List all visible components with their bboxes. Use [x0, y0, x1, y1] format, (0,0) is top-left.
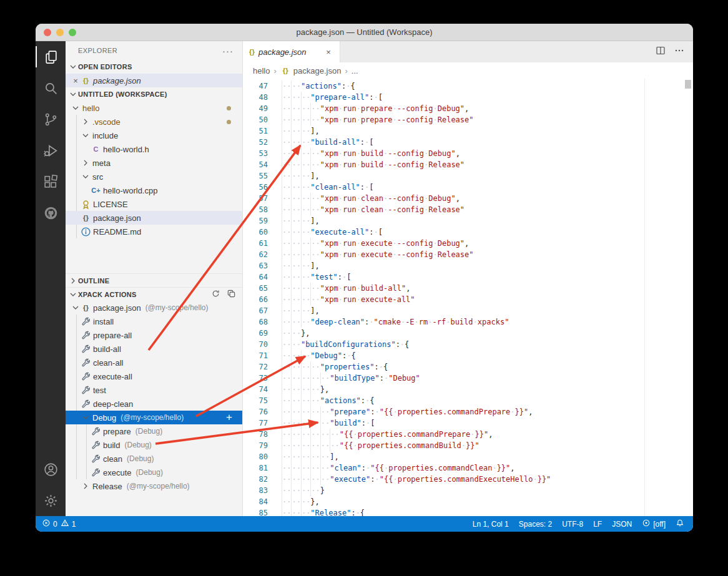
status-item-utf-8[interactable]: UTF-8 [562, 520, 583, 529]
xpack-item-execute-all[interactable]: execute-all [66, 369, 242, 383]
status-item-lf[interactable]: LF [593, 520, 602, 529]
breadcrumb-item-[interactable]: ... [352, 66, 358, 76]
code-line-53[interactable]: 53········"xpm·run·build·--config·Debug"… [243, 148, 693, 159]
code-line-60[interactable]: 60······"execute-all":·[ [243, 227, 693, 238]
tree-item-license[interactable]: LICENSE [66, 197, 242, 211]
code-line-65[interactable]: 65········"xpm·run·build-all", [243, 283, 693, 294]
code-line-73[interactable]: 73··········"buildType":·"Debug" [243, 373, 693, 384]
tree-item-include[interactable]: include [66, 129, 242, 142]
tree-item-readme-md[interactable]: README.md [66, 225, 242, 238]
activity-run-debug-icon[interactable] [36, 135, 66, 166]
code-line-64[interactable]: 64······"test":·[ [243, 271, 693, 283]
code-line-56[interactable]: 56······"clean-all":·[ [243, 182, 693, 193]
xpack-item-clean-all[interactable]: clean-all [66, 356, 242, 369]
activity-explorer-icon[interactable] [36, 41, 66, 72]
code-line-72[interactable]: 72········"properties":·{ [243, 361, 693, 373]
xpack-item-install[interactable]: install [66, 315, 242, 328]
section-workspace[interactable]: UNTITLED (WORKSPACE) [66, 87, 242, 101]
xpack-item-build-all[interactable]: build-all [66, 342, 242, 356]
xpack-item-execute[interactable]: execute(Debug) [66, 466, 242, 479]
code-line-83[interactable]: 83········} [243, 485, 693, 496]
breadcrumb[interactable]: hello›{}package.json›... [243, 62, 693, 79]
status-item-bell-icon[interactable] [676, 519, 684, 529]
code-line-74[interactable]: 74········}, [243, 384, 693, 395]
tree-item-hello[interactable]: hello [66, 101, 242, 115]
code-line-47[interactable]: 47····"actions":·{ [243, 81, 693, 92]
code-line-75[interactable]: 75········"actions":·{ [243, 395, 693, 406]
section-outline[interactable]: OUTLINE [66, 273, 242, 287]
tree-item-vscode[interactable]: .vscode [66, 115, 242, 129]
code-line-62[interactable]: 62········"xpm·run·execute·--config·Rele… [243, 249, 693, 260]
code-line-61[interactable]: 61········"xpm·run·execute·--config·Debu… [243, 238, 693, 249]
activity-github-icon[interactable] [36, 197, 66, 228]
code-line-71[interactable]: 71······"Debug":·{ [243, 350, 693, 361]
open-editor-package-json[interactable]: × {} package.json [66, 74, 242, 87]
minimize-window-button[interactable] [56, 29, 64, 36]
code-line-57[interactable]: 57········"xpm·run·clean·--config·Debug"… [243, 193, 693, 204]
code-line-67[interactable]: 67······], [243, 305, 693, 316]
close-window-button[interactable] [44, 29, 51, 36]
refresh-icon[interactable] [211, 289, 220, 300]
code-line-78[interactable]: 78············"{{·properties.commandPrep… [243, 429, 693, 440]
status-item-screencast-eye-icon[interactable]: [off] [642, 519, 666, 529]
section-xpack-actions[interactable]: XPACK ACTIONS [66, 287, 242, 301]
code-line-76[interactable]: 76··········"prepare":·"{{·properties.co… [243, 406, 693, 417]
close-tab-icon[interactable]: × [323, 47, 333, 57]
xpack-item-clean[interactable]: clean(Debug) [66, 452, 242, 466]
code-line-58[interactable]: 58········"xpm·run·clean·--config·Releas… [243, 204, 693, 215]
more-actions-icon[interactable]: ··· [222, 46, 234, 56]
breadcrumb-item-hello[interactable]: hello [253, 66, 270, 76]
code-editor[interactable]: 47····"actions":·{48······"prepare-all":… [243, 79, 693, 516]
status-item-spaces-2[interactable]: Spaces: 2 [519, 520, 552, 529]
tree-item-hello-world-h[interactable]: Chello-world.h [66, 142, 242, 156]
tree-item-hello-world-cpp[interactable]: C+hello-world.cpp [66, 183, 242, 197]
editor-more-actions-icon[interactable] [674, 46, 684, 58]
code-line-69[interactable]: 69····}, [243, 328, 693, 339]
code-line-81[interactable]: 81··········"clean":·"{{·properties.comm… [243, 462, 693, 474]
code-line-80[interactable]: 80··········], [243, 451, 693, 462]
add-action-icon[interactable]: + [226, 411, 232, 424]
code-line-66[interactable]: 66········"xpm·run·execute-all" [243, 294, 693, 305]
section-open-editors[interactable]: OPEN EDITORS [66, 60, 242, 74]
zoom-window-button[interactable] [69, 29, 76, 36]
xpack-item-deep-clean[interactable]: deep-clean [66, 397, 242, 411]
code-line-85[interactable]: 85······"Release":·{ [243, 507, 693, 516]
status-warning-icon[interactable]: 1 [61, 519, 76, 529]
status-error-icon[interactable]: 0 [42, 519, 57, 529]
code-line-82[interactable]: 82··········"execute":·"{{·properties.co… [243, 474, 693, 485]
status-item-ln-1-col-1[interactable]: Ln 1, Col 1 [473, 520, 509, 529]
xpack-item-prepare-all[interactable]: prepare-all [66, 328, 242, 342]
activity-source-control-icon[interactable] [36, 104, 66, 135]
activity-settings-gear-icon[interactable] [36, 485, 66, 516]
code-line-50[interactable]: 50········"xpm·run·prepare·--config·Rele… [243, 114, 693, 125]
code-line-70[interactable]: 70····"buildConfigurations":·{ [243, 339, 693, 350]
tab-package-json[interactable]: {} package.json × [243, 41, 340, 62]
activity-search-icon[interactable] [36, 72, 66, 104]
code-line-59[interactable]: 59······], [243, 215, 693, 227]
xpack-item-build[interactable]: build(Debug) [66, 438, 242, 452]
xpack-item-package-json[interactable]: {}package.json(@my-scope/hello) [66, 301, 242, 315]
breadcrumb-item-package-json[interactable]: {}package.json [280, 66, 342, 76]
code-line-84[interactable]: 84······}, [243, 496, 693, 507]
xpack-item-prepare[interactable]: prepare(Debug) [66, 424, 242, 438]
code-line-54[interactable]: 54········"xpm·run·build·--config·Releas… [243, 159, 693, 170]
xpack-item-release[interactable]: Release(@my-scope/hello) [66, 479, 242, 493]
tree-item-package-json[interactable]: {}package.json [66, 211, 242, 225]
code-line-79[interactable]: 79············"{{·properties.commandBuil… [243, 440, 693, 451]
editor-scrollbar[interactable] [685, 80, 691, 89]
code-line-68[interactable]: 68······"deep-clean":·"cmake·-E·rm·-rf·b… [243, 316, 693, 328]
tree-item-meta[interactable]: meta [66, 156, 242, 170]
code-line-48[interactable]: 48······"prepare-all":·[ [243, 92, 693, 103]
status-item-json[interactable]: JSON [612, 520, 632, 529]
code-line-52[interactable]: 52······"build-all":·[ [243, 137, 693, 148]
code-line-63[interactable]: 63······], [243, 260, 693, 271]
split-editor-icon[interactable] [656, 46, 666, 58]
code-line-55[interactable]: 55······], [243, 170, 693, 182]
activity-extensions-icon[interactable] [36, 166, 66, 197]
activity-account-icon[interactable] [36, 454, 66, 485]
xpack-item-debug[interactable]: Debug(@my-scope/hello)+ [66, 411, 242, 424]
close-editor-icon[interactable]: × [71, 76, 81, 85]
code-line-77[interactable]: 77··········"build":·[ [243, 417, 693, 429]
code-line-51[interactable]: 51······], [243, 125, 693, 137]
xpack-item-test[interactable]: test [66, 383, 242, 397]
